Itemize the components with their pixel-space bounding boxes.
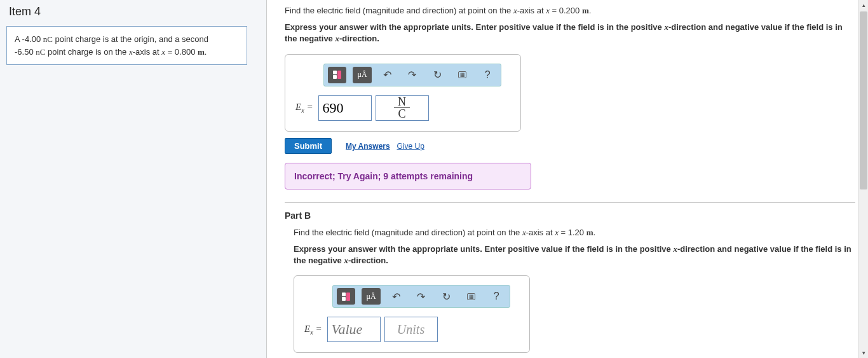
vertical-scrollbar[interactable]: ▴ ▾ xyxy=(858,0,868,358)
redo-button[interactable]: ↷ xyxy=(412,288,430,305)
problem-text: point charge is on the xyxy=(45,47,129,57)
keyboard-icon: ▦ xyxy=(458,71,466,78)
part-divider xyxy=(285,202,855,203)
answer-unit-input[interactable]: N C xyxy=(376,95,429,121)
problem-text: point charge is at the origin, and a sec… xyxy=(53,34,208,44)
part-b-question: Find the electric field (magnitude and d… xyxy=(294,227,855,238)
keyboard-button[interactable]: ▦ xyxy=(462,288,480,305)
answer-value-input[interactable] xyxy=(327,317,381,342)
answer-label: Ex = xyxy=(295,102,313,114)
keyboard-icon: ▦ xyxy=(467,293,475,300)
feedback-message: Incorrect; Try Again; 9 attempts remaini… xyxy=(285,163,531,189)
problem-text: . xyxy=(205,47,207,57)
part-a-question: Find the electric field (magnitude and d… xyxy=(285,5,855,17)
scroll-up-arrow[interactable]: ▴ xyxy=(858,0,868,10)
help-button[interactable]: ? xyxy=(478,67,497,83)
my-answers-link[interactable]: My Answers xyxy=(346,142,390,151)
equation-toolbar: μÅ ↶ ↷ ↻ ▦ ? xyxy=(332,285,510,308)
answer-label: Ex = xyxy=(304,324,322,336)
problem-text: = 0.800 xyxy=(165,47,198,57)
scroll-thumb[interactable] xyxy=(860,11,867,189)
problem-text: -6.50 xyxy=(15,47,36,57)
part-b-answer-box: μÅ ↶ ↷ ↻ ▦ ? Ex = Units xyxy=(294,275,530,353)
reset-button[interactable]: ↻ xyxy=(428,67,447,83)
undo-button[interactable]: ↶ xyxy=(378,67,397,83)
part-a-submit-row: Submit My Answers Give Up xyxy=(285,138,855,154)
answer-row: Ex = Units xyxy=(304,317,519,342)
problem-unit: nC xyxy=(36,47,45,57)
problem-text: -axis at xyxy=(133,47,162,57)
app-container: Item 4 A -4.00 nC point charge is at the… xyxy=(0,0,868,358)
template-icon xyxy=(333,71,341,79)
reset-button[interactable]: ↻ xyxy=(437,288,456,305)
right-panel: Find the electric field (magnitude and d… xyxy=(267,0,868,358)
template-icon xyxy=(342,293,350,301)
unit-fraction: N C xyxy=(394,96,410,120)
help-button[interactable]: ? xyxy=(487,288,506,305)
part-b-heading: Part B xyxy=(285,210,855,221)
problem-unit: nC xyxy=(43,34,53,44)
part-b-instructions: Express your answer with the appropriate… xyxy=(294,244,855,266)
part-a-answer-box: μÅ ↶ ↷ ↻ ▦ ? Ex = N C xyxy=(285,54,521,132)
problem-statement: A -4.00 nC point charge is at the origin… xyxy=(6,26,247,65)
redo-button[interactable]: ↷ xyxy=(403,67,421,83)
left-panel: Item 4 A -4.00 nC point charge is at the… xyxy=(0,0,267,358)
equation-toolbar: μÅ ↶ ↷ ↻ ▦ ? xyxy=(323,64,501,86)
template-button[interactable] xyxy=(337,288,355,305)
submit-button[interactable]: Submit xyxy=(285,138,332,154)
give-up-link[interactable]: Give Up xyxy=(397,142,424,151)
item-title: Item 4 xyxy=(6,5,247,18)
scroll-down-arrow[interactable]: ▾ xyxy=(858,348,868,358)
answer-value-input[interactable] xyxy=(318,95,372,121)
problem-unit: m xyxy=(198,47,205,57)
answer-row: Ex = N C xyxy=(295,95,510,121)
symbols-button[interactable]: μÅ xyxy=(353,67,371,83)
answer-unit-input[interactable]: Units xyxy=(384,317,438,342)
problem-text: A -4.00 xyxy=(15,34,43,44)
undo-button[interactable]: ↶ xyxy=(387,288,405,305)
template-button[interactable] xyxy=(328,67,346,83)
part-a-instructions: Express your answer with the appropriate… xyxy=(285,22,855,45)
symbols-button[interactable]: μÅ xyxy=(362,288,380,305)
keyboard-button[interactable]: ▦ xyxy=(453,67,471,83)
